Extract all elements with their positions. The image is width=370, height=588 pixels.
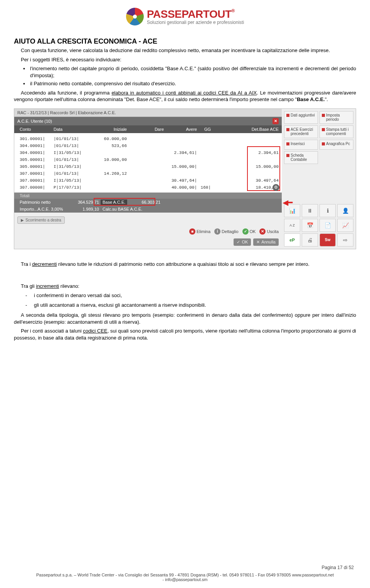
logo-icon (126, 8, 144, 25)
table-row[interactable]: 305.00001|I|31/05/13|15.000,00|15.000,00 (20, 163, 279, 170)
dash-item: gli utili accantonati a riserva, esclusi… (34, 302, 356, 309)
side-button[interactable]: ACE Esercizi precedenti (284, 125, 318, 138)
table-row[interactable]: 305.00001||01/01/13|10.000,00 (20, 156, 279, 163)
action-bar: ■Elimina iDettaglio ✓OK ✕Uscita (14, 226, 282, 237)
paragraph-tipologia: A seconda della tipologia, gli stessi ri… (14, 312, 356, 325)
table-row[interactable]: 301.00001||01/01/13|60.000,00 (20, 135, 279, 142)
bullet-list-1: l'incremento netto del capitale proprio … (14, 65, 356, 87)
side-button[interactable]: Stampa tutti i componenti (320, 125, 353, 138)
app-subtitle-text: A.C.E. Utente (10) (17, 119, 52, 123)
close-icon[interactable]: ✕ (272, 118, 279, 124)
bullet-item: l'incremento netto del capitale proprio … (30, 65, 356, 79)
col-header-iniziale: Iniziale (85, 127, 127, 132)
scroll-right-button[interactable]: ▶ Scorrimento a destra (17, 216, 65, 224)
side-button[interactable]: Inserisci (284, 140, 318, 150)
summary-row-patrimonio: Patrimonio netto 364.529,71 Base A.C.E. … (14, 199, 282, 206)
paragraph-codici-cee: Per i conti associati a taluni codici CE… (14, 328, 356, 341)
tool-graph-icon[interactable]: 📈 (337, 219, 353, 232)
gear-icon[interactable]: ⚙ (272, 184, 279, 191)
tool-calendar-icon[interactable]: 📅 (302, 219, 318, 232)
tool-ep-icon[interactable]: eP (284, 233, 300, 247)
app-subtitle-bar: A.C.E. Utente (10) ✕ (14, 117, 282, 125)
table-body: 301.00001||01/01/13|60.000,00304.00001||… (14, 133, 282, 193)
col-header-det: Det.Base ACE (211, 127, 279, 132)
logo-name-text: PASSEPARTOUT (147, 8, 232, 20)
exit-icon: ✕ (259, 228, 266, 235)
square-icon (286, 114, 289, 117)
check-icon: ✓ (242, 228, 249, 235)
square-icon (286, 142, 289, 145)
side-panel: Dati aggiuntiviImposta periodoACE Eserci… (284, 109, 356, 249)
bullet-item: il Patrimonio netto contabile, comprensi… (30, 80, 356, 87)
col-header-dare: Dare (127, 127, 164, 132)
tool-grid: 📊 ⏸ ℹ 👤 A Z 📅 📄 📈 eP 🖨 Sw ⇨ (284, 204, 353, 247)
bottom-bar: ✓OK ✕Annulla (14, 237, 282, 249)
dash-item: i conferimenti in denaro versati dai soc… (34, 292, 356, 299)
paragraph-ires: Per i soggetti IRES, è necessario indivi… (14, 56, 356, 63)
side-button[interactable]: Imposta periodo (320, 111, 353, 124)
summary-label-base: Base A.C.E. (101, 199, 127, 205)
paragraph-decrementi: Tra i decrementi rilevano tutte le riduz… (14, 261, 356, 268)
col-header-data: Data (54, 127, 85, 132)
ok-button[interactable]: ✓OK (242, 228, 256, 235)
table-row[interactable]: 307.00001|I|31/05/13|30.497,64|30.497,64 (20, 177, 279, 184)
arrow-left-icon: ◀━ (283, 198, 293, 207)
detail-icon: i (214, 228, 220, 235)
paragraph-incrementi: Tra gli incrementi rilevano: (14, 283, 356, 290)
annulla-button[interactable]: ✕Annulla (253, 238, 279, 246)
summary-value: 1.989,10 (66, 207, 99, 211)
table-row[interactable]: 304.00001|I|31/05/13|2.394,61|2.394,61 (20, 149, 279, 156)
tool-user-icon[interactable]: 👤 (337, 204, 353, 217)
footer-line-2: - info@passepartout.sm (14, 577, 356, 582)
side-button[interactable]: Scheda Contabile (284, 151, 318, 164)
tool-pause-icon[interactable]: ⏸ (302, 204, 318, 217)
side-button[interactable]: Dati aggiuntivi (284, 111, 318, 124)
page-title: AIUTO ALLA CRESCITA ECONOMICA - ACE (14, 37, 356, 46)
chevron-right-icon: ▶ (21, 218, 24, 222)
summary-label: Importo...A.C.E. 3,00% (20, 207, 66, 211)
table-row[interactable]: 307.00008|P|17/07/13|40.000,00|168|18.41… (20, 184, 279, 191)
tool-doc-icon[interactable]: 📄 (320, 219, 336, 232)
table-header: Conto Data Iniziale Dare Avere GG Det.Ba… (14, 125, 282, 133)
paragraph-access: Accedendo alla funzione, il programma el… (14, 90, 356, 103)
page-number: Pagina 17 di 52 (14, 565, 356, 570)
square-icon (322, 142, 325, 145)
brand-header: PASSEPARTOUT® Soluzioni gestionali per a… (14, 8, 356, 27)
ok-button-bottom[interactable]: ✓OK (234, 238, 251, 246)
summary-value-base: 66.303,21 (127, 200, 160, 204)
totals-bar: Totali (14, 193, 282, 199)
cancel-icon: ✕ (256, 240, 260, 245)
footer-line-1: Passepartout s.p.a. – World Trade Center… (14, 573, 356, 577)
summary-value: 364.529,71 (66, 200, 99, 204)
tool-info-icon[interactable]: ℹ (320, 204, 336, 217)
logo-name: PASSEPARTOUT® (147, 8, 244, 20)
summary-row-importo: Importo...A.C.E. 3,00% 1.989,10 Calc.su … (14, 206, 282, 213)
square-icon (286, 154, 289, 157)
col-header-avere: Avere (164, 127, 197, 132)
square-icon (286, 128, 289, 131)
elimina-button[interactable]: ■Elimina (189, 228, 210, 235)
uscita-button[interactable]: ✕Uscita (259, 228, 279, 235)
delete-icon: ■ (189, 228, 195, 235)
tool-sw-icon[interactable]: Sw (320, 233, 336, 247)
check-icon: ✓ (237, 240, 240, 245)
summary-label: Patrimonio netto (20, 200, 66, 204)
logo-reg: ® (232, 8, 235, 14)
dash-list: i conferimenti in denaro versati dai soc… (14, 292, 356, 309)
summary-label-calc: Calc.su BASE A.C.E. (101, 206, 144, 212)
table-row[interactable]: 307.00001||01/01/13|14.269,12 (20, 170, 279, 177)
tool-sort-icon[interactable]: A Z (284, 219, 300, 232)
tool-arrow-right-icon[interactable]: ⇨ (337, 233, 353, 247)
app-screenshot: RAC - 31/12/13 | Raccordo Srl | Elaboraz… (14, 108, 356, 249)
col-header-conto: Conto (20, 127, 54, 132)
col-header-gg: GG (197, 127, 211, 132)
side-button[interactable]: Anagrafica Pc (320, 140, 353, 150)
dettaglio-button[interactable]: iDettaglio (214, 228, 238, 235)
table-row[interactable]: 304.00001||01/01/13|523,66 (20, 142, 279, 149)
page-footer: Pagina 17 di 52 Passepartout s.p.a. – Wo… (0, 565, 370, 582)
logo-tagline: Soluzioni gestionali per aziende e profe… (147, 20, 244, 25)
square-icon (322, 114, 325, 117)
app-titlebar: RAC - 31/12/13 | Raccordo Srl | Elaboraz… (14, 109, 282, 117)
tool-printer-icon[interactable]: 🖨 (302, 233, 318, 247)
square-icon (322, 128, 325, 131)
